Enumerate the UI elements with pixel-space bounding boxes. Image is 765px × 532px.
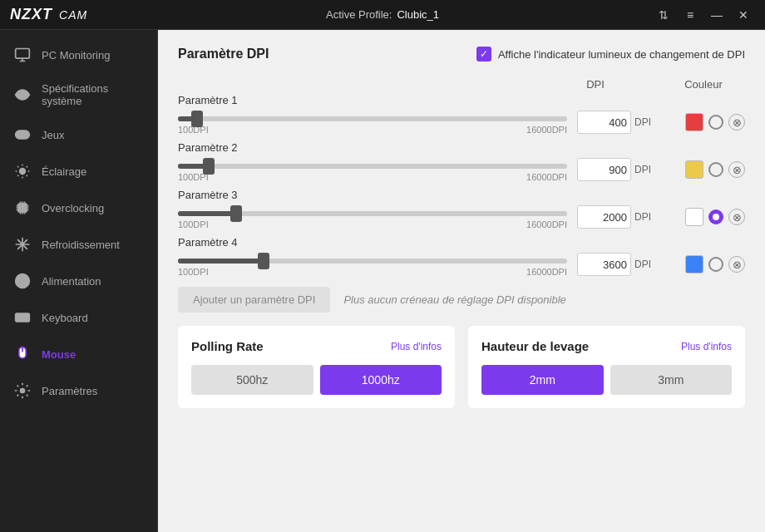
main-layout: PC Monitoring Spécifications système Jeu… [0,30,765,532]
bolt-icon [13,272,32,290]
sidebar-item-specifications[interactable]: Spécifications système [0,73,157,116]
window-controls: ⇅ ≡ — ✕ [652,3,755,27]
polling-rate-more-info[interactable]: Plus d'infos [391,341,442,352]
polling-rate-header: Polling Rate Plus d'infos [191,339,442,353]
mouse-icon [13,345,32,363]
delete-btn-1[interactable]: ⊗ [728,114,745,131]
dpi-value-box-4: DPI [577,253,660,276]
dpi-param-1: Paramètre 1 100DPI 16000DPI DPI [178,94,745,135]
dpi-slider-3[interactable]: 100DPI 16000DPI [178,204,567,229]
cpu-icon [13,199,32,217]
add-dpi-note: Plus aucun créneau de réglage DPI dispon… [343,293,565,306]
dpi-value-box-3: DPI [577,205,660,229]
profile-name: Clubic_1 [397,8,439,21]
polling-rate-1000hz[interactable]: 1000hz [320,365,442,395]
dpi-slider-1[interactable]: 100DPI 16000DPI [178,110,567,135]
titlebar: NZXT CAM Active Profile: Clubic_1 ⇅ ≡ — … [0,0,765,30]
dpi-slider-2[interactable]: 100DPI 16000DPI [178,157,567,182]
color-swatch-1[interactable] [685,113,703,131]
lift-off-title: Hauteur de levage [481,339,589,353]
svg-rect-4 [18,204,27,212]
eye-icon [13,86,32,104]
add-dpi-row: Ajouter un paramètre DPI Plus aucun crén… [178,287,745,313]
svg-rect-0 [16,49,30,59]
minimize-button[interactable]: — [705,3,728,27]
sidebar-item-pc-monitoring[interactable]: PC Monitoring [0,37,157,73]
add-dpi-button: Ajouter un paramètre DPI [178,287,330,313]
color-swatch-4[interactable] [685,255,703,273]
dpi-value-input-4[interactable] [577,253,631,276]
dpi-indicator-checkbox[interactable] [476,47,491,62]
logo-cam: CAM [59,8,87,22]
sidebar: PC Monitoring Spécifications système Jeu… [0,30,158,532]
radio-1[interactable] [708,115,723,130]
sidebar-item-lighting-label: Éclairage [42,165,86,178]
lift-off-card: Hauteur de levage Plus d'infos 2mm 3mm [468,326,745,408]
radio-2[interactable] [708,162,723,177]
menu-button[interactable]: ≡ [679,3,702,27]
content-area: Paramètre DPI Affiche l'indicateur lumin… [158,30,765,532]
dpi-value-box-1: DPI [577,111,660,134]
slider-4-max: 16000DPI [526,267,567,277]
sidebar-item-keyboard[interactable]: Keyboard [0,299,157,336]
active-profile-label: Active Profile: [326,8,392,21]
sidebar-item-settings[interactable]: Paramètres [0,372,157,409]
sidebar-item-settings-label: Paramètres [42,385,97,397]
lift-off-more-info[interactable]: Plus d'infos [681,341,732,352]
dpi-param-1-row: 100DPI 16000DPI DPI ⊗ [178,110,745,135]
dpi-slider-4[interactable]: 100DPI 16000DPI [178,252,567,277]
swap-button[interactable]: ⇅ [652,3,675,27]
svg-point-8 [21,389,25,393]
col-couleur-label: Couleur [662,78,745,91]
delete-btn-4[interactable]: ⊗ [728,256,745,273]
svg-rect-6 [16,313,30,322]
dpi-unit-4: DPI [634,259,659,270]
dpi-value-input-3[interactable] [577,205,631,229]
slider-1-max: 16000DPI [526,125,567,135]
lift-off-3mm[interactable]: 3mm [610,365,733,395]
dpi-param-4: Paramètre 4 100DPI 16000DPI DPI [178,236,745,277]
polling-rate-card: Polling Rate Plus d'infos 500hz 1000hz [178,326,455,408]
sidebar-item-games[interactable]: Jeux [0,116,157,153]
lift-off-2mm[interactable]: 2mm [481,365,604,395]
sidebar-item-cooling[interactable]: Refroidissement [0,226,157,263]
dpi-indicator-toggle[interactable]: Affiche l'indicateur lumineux de changem… [476,47,745,62]
dpi-indicator-label: Affiche l'indicateur lumineux de changem… [498,48,745,61]
dpi-value-input-2[interactable] [577,158,631,181]
radio-4[interactable] [708,257,723,272]
color-swatch-2[interactable] [685,160,703,179]
app-logo: NZXT CAM [10,6,87,23]
delete-btn-2[interactable]: ⊗ [728,161,745,178]
sidebar-item-overclocking-label: Overclocking [42,202,104,214]
dpi-section-header: Paramètre DPI Affiche l'indicateur lumin… [178,47,745,62]
color-swatch-3[interactable] [685,208,703,226]
color-controls-1: ⊗ [670,113,745,131]
dpi-value-input-1[interactable] [577,111,631,134]
logo-nzxt: NZXT [10,6,52,22]
sun-icon [13,162,32,180]
delete-btn-3[interactable]: ⊗ [728,209,745,225]
dpi-unit-2: DPI [634,164,659,175]
slider-3-max: 16000DPI [526,219,567,229]
active-profile-bar: Active Profile: Clubic_1 [326,8,439,21]
dpi-param-3-row: 100DPI 16000DPI DPI ⊗ [178,204,745,229]
sidebar-item-mouse[interactable]: Mouse [0,336,157,372]
sidebar-item-lighting[interactable]: Éclairage [0,153,157,190]
color-controls-2: ⊗ [670,160,745,179]
dpi-section-title: Paramètre DPI [178,47,269,62]
sidebar-item-cooling-label: Refroidissement [42,239,120,251]
sidebar-item-keyboard-label: Keyboard [42,312,88,324]
sidebar-item-power[interactable]: Alimentation [0,263,157,299]
radio-3[interactable] [708,209,723,224]
polling-rate-500hz[interactable]: 500hz [191,365,313,395]
dpi-param-2-label: Paramètre 2 [178,141,745,154]
sidebar-item-pc-monitoring-label: PC Monitoring [42,49,110,62]
keyboard-icon [13,308,32,327]
snowflake-icon [13,235,32,254]
bottom-sections: Polling Rate Plus d'infos 500hz 1000hz H… [178,326,745,408]
sidebar-item-overclocking[interactable]: Overclocking [0,190,157,226]
close-button[interactable]: ✕ [732,3,755,27]
gamepad-icon [13,126,32,144]
dpi-unit-3: DPI [634,211,659,223]
col-dpi-label: DPI [529,78,662,91]
